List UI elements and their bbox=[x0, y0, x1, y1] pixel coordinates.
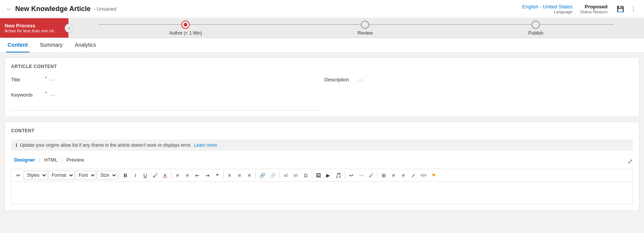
styles-dropdown[interactable]: Styles bbox=[24, 171, 48, 180]
audio-button[interactable]: 🎵 bbox=[333, 171, 343, 180]
undo-button[interactable]: ↩ bbox=[347, 171, 356, 180]
indent-inc-button[interactable]: ⇥ bbox=[203, 171, 212, 180]
font-dropdown[interactable]: Font bbox=[75, 171, 96, 180]
step-circle-author bbox=[181, 21, 190, 29]
back-button[interactable]: ← bbox=[6, 6, 12, 13]
editor-tab-html[interactable]: HTML bbox=[41, 155, 60, 164]
tab-summary[interactable]: Summary bbox=[38, 38, 64, 52]
subscript-button[interactable]: x2 bbox=[291, 171, 300, 180]
save-button[interactable]: 💾 bbox=[615, 5, 626, 13]
unlink-button[interactable]: 🔗 bbox=[268, 171, 278, 180]
tab-divider-1: | bbox=[38, 157, 41, 163]
editor-toolbar: ✏ Styles Format Font Size B I U 🖊 A bbox=[11, 169, 633, 181]
page-title: New Knowledge Article bbox=[15, 5, 90, 13]
editor-tab-designer[interactable]: Designer bbox=[11, 155, 38, 164]
code-button[interactable]: </> bbox=[419, 171, 428, 180]
align-right-button[interactable]: ≡ bbox=[245, 171, 254, 180]
field-divider bbox=[11, 110, 320, 111]
title-label: Title bbox=[11, 75, 41, 82]
more-options-button[interactable]: ⋮ bbox=[629, 5, 638, 13]
italic-button[interactable]: I bbox=[131, 171, 140, 180]
toolbar-divider-4 bbox=[255, 172, 256, 179]
description-label: Description bbox=[324, 75, 355, 82]
quote-button[interactable]: ❝ bbox=[213, 171, 222, 180]
indent-dec-button[interactable]: ⇤ bbox=[193, 171, 202, 180]
step-circle-review bbox=[361, 21, 369, 29]
main-tabs: Content Summary Analytics bbox=[0, 38, 644, 53]
info-banner: ℹ Update your origins allow list if any … bbox=[11, 139, 633, 151]
language-selector[interactable]: English - United States Language bbox=[522, 4, 573, 14]
table-button[interactable]: ⊞ bbox=[379, 171, 388, 180]
highlight-button[interactable]: 🖊 bbox=[151, 171, 160, 180]
toolbar-divider-1 bbox=[119, 172, 119, 179]
align-justify-button[interactable]: ≡ bbox=[173, 171, 182, 180]
info-suffix: . bbox=[219, 143, 220, 148]
flag-button[interactable]: ⚑ bbox=[429, 171, 438, 180]
content-area: ARTICLE CONTENT Title * --- Keywords * -… bbox=[0, 53, 644, 215]
keywords-value[interactable]: --- bbox=[50, 90, 320, 98]
article-content-card: ARTICLE CONTENT Title * --- Keywords * -… bbox=[5, 57, 639, 117]
title-required: * bbox=[45, 75, 47, 81]
fullscreen-button[interactable]: ⤢ bbox=[409, 171, 418, 180]
tab-content[interactable]: Content bbox=[6, 38, 29, 52]
bold-button[interactable]: B bbox=[121, 171, 130, 180]
process-bar: New Process Active for less than one mi.… bbox=[0, 18, 644, 38]
expand-editor-button[interactable]: ⤢ bbox=[627, 157, 633, 166]
header-icons: 💾 ⋮ bbox=[615, 5, 638, 13]
tab-analytics[interactable]: Analytics bbox=[73, 38, 98, 52]
fields-right: Description --- bbox=[324, 75, 633, 111]
redo-button[interactable]: ↪ bbox=[357, 171, 366, 180]
list-ordered-button[interactable]: ≡ bbox=[389, 171, 398, 180]
underline-button[interactable]: U bbox=[141, 171, 150, 180]
process-step-review[interactable]: Review bbox=[358, 21, 373, 36]
process-subtitle: Active for less than one mi... bbox=[5, 29, 64, 33]
list-unordered-button[interactable]: ≡ bbox=[183, 171, 192, 180]
link-button[interactable]: 🔗 bbox=[257, 171, 267, 180]
fields-grid: Title * --- Keywords * --- Description -… bbox=[11, 75, 633, 111]
font-color-button[interactable]: A bbox=[160, 171, 170, 180]
process-steps: Author (< 1 Min) Review Publish bbox=[68, 18, 644, 38]
list-unordered2-button[interactable]: ≡ bbox=[399, 171, 408, 180]
size-dropdown[interactable]: Size bbox=[97, 171, 117, 180]
toolbar-divider-7 bbox=[345, 172, 345, 179]
info-icon: ℹ bbox=[16, 143, 17, 148]
special-char-button[interactable]: Ω bbox=[301, 171, 310, 180]
status-value: Proposed bbox=[585, 4, 608, 10]
header: ← New Knowledge Article - Unsaved Englis… bbox=[0, 0, 644, 18]
status-label: Status Reason bbox=[580, 10, 608, 14]
language-link[interactable]: English - United States bbox=[522, 4, 573, 10]
process-collapse-button[interactable]: ‹ bbox=[65, 24, 74, 33]
fields-left: Title * --- Keywords * --- bbox=[11, 75, 320, 111]
process-title: New Process bbox=[5, 23, 64, 29]
step-circle-publish bbox=[531, 21, 540, 29]
toolbar-divider-6 bbox=[312, 172, 312, 179]
new-process-panel: New Process Active for less than one mi.… bbox=[0, 18, 68, 38]
description-value[interactable]: --- bbox=[358, 75, 633, 82]
status-display: Proposed Status Reason bbox=[580, 4, 608, 14]
erase-button[interactable]: ✏ bbox=[14, 171, 23, 180]
format-dropdown[interactable]: Format bbox=[48, 171, 75, 180]
source-button[interactable]: 🖊 bbox=[366, 171, 376, 180]
header-left: ← New Knowledge Article - Unsaved bbox=[6, 5, 116, 13]
title-value[interactable]: --- bbox=[50, 75, 320, 82]
process-step-author[interactable]: Author (< 1 Min) bbox=[169, 21, 202, 36]
header-right: English - United States Language Propose… bbox=[522, 4, 638, 14]
language-label: Language bbox=[554, 10, 573, 14]
tab-divider-2: | bbox=[60, 157, 63, 163]
superscript-button[interactable]: x2 bbox=[281, 171, 290, 180]
toolbar-divider-5 bbox=[279, 172, 280, 179]
keywords-label: Keywords bbox=[11, 90, 41, 98]
process-step-publish[interactable]: Publish bbox=[528, 21, 543, 36]
editor-tabs: Designer | HTML | Preview bbox=[11, 155, 87, 164]
editor-tab-preview[interactable]: Preview bbox=[63, 155, 87, 164]
video-button[interactable]: ▶ bbox=[324, 171, 333, 180]
keywords-field-row: Keywords * --- bbox=[11, 90, 320, 103]
editor-body[interactable] bbox=[11, 181, 633, 204]
learn-more-link[interactable]: Learn more bbox=[194, 143, 217, 148]
step-label-author: Author (< 1 Min) bbox=[169, 30, 202, 36]
align-center-button[interactable]: ≡ bbox=[235, 171, 244, 180]
toolbar-divider-3 bbox=[223, 172, 224, 179]
align-left-button[interactable]: ≡ bbox=[225, 171, 234, 180]
image-button[interactable]: 🖼 bbox=[314, 171, 323, 180]
unsaved-badge: - Unsaved bbox=[94, 6, 116, 12]
